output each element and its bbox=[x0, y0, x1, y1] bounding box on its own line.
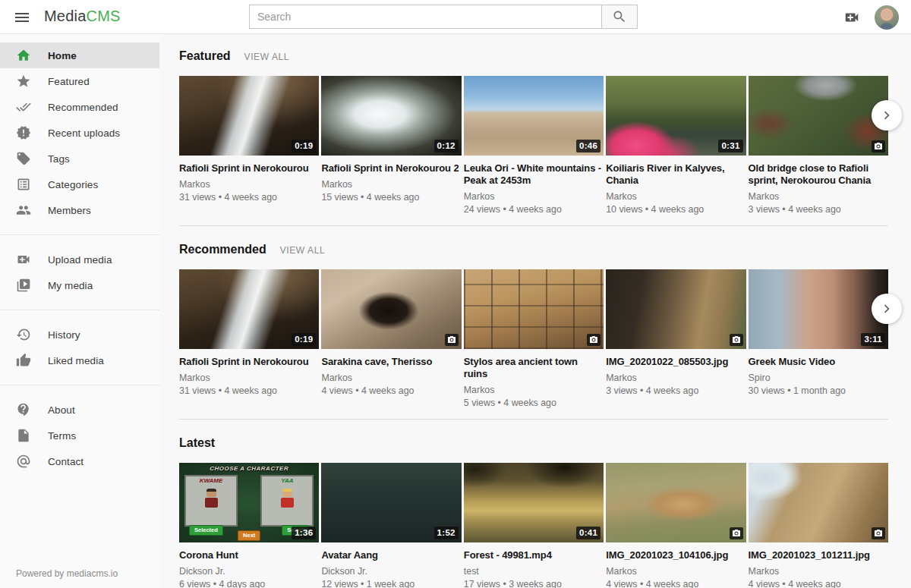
section-featured: Featured VIEW ALL 0:19 Rafioli Sprint in… bbox=[179, 49, 888, 226]
media-author[interactable]: Markos bbox=[321, 179, 461, 190]
media-thumbnail[interactable]: 0:12 bbox=[321, 76, 461, 156]
media-thumbnail[interactable] bbox=[606, 463, 746, 542]
media-card[interactable]: 0:19 Rafioli Sprint in Nerokourou Markos… bbox=[179, 269, 319, 409]
sidebar-item-terms[interactable]: Terms bbox=[0, 423, 159, 448]
user-avatar[interactable] bbox=[875, 5, 899, 30]
media-thumbnail[interactable] bbox=[464, 269, 604, 349]
sidebar-nav: Home Featured Recommended Recent uploads… bbox=[0, 34, 159, 474]
media-thumbnail[interactable]: 0:31 bbox=[606, 76, 746, 156]
sidebar-item-about[interactable]: About bbox=[0, 397, 159, 423]
game-title-text: CHOOSE A CHARACTER bbox=[179, 465, 319, 472]
media-author[interactable]: Markos bbox=[606, 373, 746, 384]
media-author[interactable]: Spiro bbox=[749, 373, 888, 384]
media-card[interactable]: 0:41 Forest - 49981.mp4 test 17 views • … bbox=[464, 463, 604, 588]
sidebar-item-label: Liked media bbox=[48, 355, 104, 366]
media-author[interactable]: Markos bbox=[464, 191, 604, 203]
media-meta: 15 views • 4 weeks ago bbox=[321, 192, 461, 203]
sidebar-item-upload-media[interactable]: Upload media bbox=[0, 247, 159, 272]
sidebar-item-label: Contact bbox=[48, 456, 84, 467]
sidebar-item-featured[interactable]: Featured bbox=[0, 68, 159, 94]
sidebar-item-label: Upload media bbox=[48, 254, 112, 266]
media-card[interactable]: 3:11 Greek Music Video Spiro 30 views • … bbox=[749, 269, 888, 409]
media-title[interactable]: IMG_20201022_085503.jpg bbox=[606, 356, 746, 368]
media-title[interactable]: Corona Hunt bbox=[179, 549, 319, 561]
next-arrow-button[interactable] bbox=[872, 294, 902, 324]
media-card[interactable]: 0:31 Koiliaris River in Kalyves, Chania … bbox=[606, 76, 746, 215]
view-all-link[interactable]: VIEW ALL bbox=[244, 52, 290, 62]
sidebar-item-recommended[interactable]: Recommended bbox=[0, 94, 159, 120]
media-author[interactable]: Markos bbox=[179, 373, 319, 384]
media-author[interactable]: Markos bbox=[179, 179, 319, 190]
media-card[interactable]: 0:12 Rafioli Sprint in Nerokourou 2 Mark… bbox=[321, 76, 461, 215]
media-title[interactable]: Sarakina cave, Therisso bbox=[321, 356, 461, 368]
media-card[interactable]: Stylos area ancient town ruins Markos 5 … bbox=[464, 269, 604, 409]
media-meta: 31 views • 4 weeks ago bbox=[179, 385, 319, 397]
media-thumbnail[interactable]: 3:11 bbox=[749, 269, 888, 349]
media-title[interactable]: Leuka Ori - White mountains - Peak at 24… bbox=[464, 162, 604, 187]
media-thumbnail[interactable]: 0:19 bbox=[179, 269, 319, 349]
media-card[interactable]: Old bridge close to Rafioli sprint, Nero… bbox=[749, 76, 888, 215]
video-call-icon bbox=[16, 252, 31, 267]
media-card[interactable]: 0:46 Leuka Ori - White mountains - Peak … bbox=[464, 76, 604, 215]
media-thumbnail[interactable]: 0:46 bbox=[464, 76, 604, 156]
media-thumbnail[interactable]: CHOOSE A CHARACTERKwameSelectedYaaSelect… bbox=[179, 463, 319, 542]
media-author[interactable]: Markos bbox=[749, 566, 888, 577]
media-author[interactable]: Markos bbox=[321, 373, 461, 384]
media-title[interactable]: IMG_20201023_101211.jpg bbox=[749, 549, 888, 561]
media-title[interactable]: Greek Music Video bbox=[749, 356, 888, 368]
media-card[interactable]: Sarakina cave, Therisso Markos 4 views •… bbox=[321, 269, 461, 409]
media-title[interactable]: Old bridge close to Rafioli sprint, Nero… bbox=[749, 162, 888, 187]
view-all-link[interactable]: VIEW ALL bbox=[280, 245, 326, 256]
media-title[interactable]: Koiliaris River in Kalyves, Chania bbox=[606, 162, 746, 187]
media-thumbnail[interactable] bbox=[606, 269, 746, 349]
brand-logo[interactable]: MediaCMS bbox=[44, 8, 121, 25]
sidebar-item-members[interactable]: Members bbox=[0, 197, 159, 223]
media-title[interactable]: Stylos area ancient town ruins bbox=[464, 356, 604, 380]
sidebar-item-history[interactable]: History bbox=[0, 322, 159, 347]
media-title[interactable]: Rafioli Sprint in Nerokourou bbox=[179, 162, 319, 175]
media-card[interactable]: CHOOSE A CHARACTERKwameSelectedYaaSelect… bbox=[179, 463, 319, 588]
sidebar-item-contact[interactable]: Contact bbox=[0, 448, 159, 474]
media-author[interactable]: test bbox=[464, 566, 604, 577]
media-thumbnail[interactable] bbox=[749, 76, 888, 156]
media-author[interactable]: Dickson Jr. bbox=[321, 566, 461, 577]
menu-icon[interactable] bbox=[13, 8, 33, 27]
media-thumbnail[interactable] bbox=[321, 269, 461, 349]
media-title[interactable]: Rafioli Sprint in Nerokourou bbox=[179, 356, 319, 368]
sidebar-item-my-media[interactable]: My media bbox=[0, 272, 159, 298]
section-title: Latest bbox=[179, 436, 215, 450]
media-thumbnail[interactable]: 0:19 bbox=[179, 76, 319, 156]
media-card[interactable]: IMG_20201023_104106.jpg Markos 4 views •… bbox=[606, 463, 746, 588]
media-thumbnail[interactable]: 0:41 bbox=[464, 463, 604, 542]
search-button[interactable] bbox=[602, 5, 638, 29]
media-author[interactable]: Markos bbox=[749, 191, 888, 203]
media-card[interactable]: IMG_20201022_085503.jpg Markos 3 views •… bbox=[606, 269, 746, 409]
document-icon bbox=[16, 428, 31, 443]
media-meta: 24 views • 4 weeks ago bbox=[464, 204, 604, 215]
sidebar-item-recent-uploads[interactable]: Recent uploads bbox=[0, 120, 159, 146]
media-card[interactable]: 0:19 Rafioli Sprint in Nerokourou Markos… bbox=[179, 76, 319, 215]
media-title[interactable]: Forest - 49981.mp4 bbox=[464, 549, 604, 561]
media-author[interactable]: Markos bbox=[606, 566, 746, 577]
powered-by-text[interactable]: Powered by mediacms.io bbox=[16, 568, 118, 579]
duration-badge: 1:52 bbox=[434, 527, 459, 539]
media-title[interactable]: IMG_20201023_104106.jpg bbox=[606, 549, 746, 561]
media-author[interactable]: Markos bbox=[464, 385, 604, 396]
media-thumbnail[interactable]: 1:52 bbox=[321, 463, 461, 542]
media-thumbnail[interactable] bbox=[749, 463, 888, 542]
sidebar-item-label: Members bbox=[48, 205, 91, 216]
media-card[interactable]: 1:52 Avatar Aang Dickson Jr. 12 views • … bbox=[321, 463, 461, 588]
sidebar-item-liked-media[interactable]: Liked media bbox=[0, 347, 159, 373]
media-title[interactable]: Avatar Aang bbox=[321, 549, 461, 561]
search-input[interactable] bbox=[249, 5, 602, 29]
media-title[interactable]: Rafioli Sprint in Nerokourou 2 bbox=[321, 162, 461, 175]
chevron-right-icon bbox=[878, 300, 895, 317]
media-author[interactable]: Markos bbox=[606, 191, 746, 203]
sidebar-item-home[interactable]: Home bbox=[0, 42, 159, 68]
next-arrow-button[interactable] bbox=[872, 100, 902, 130]
upload-media-icon[interactable] bbox=[843, 9, 862, 26]
media-author[interactable]: Dickson Jr. bbox=[179, 566, 319, 577]
sidebar-item-categories[interactable]: Categories bbox=[0, 171, 159, 197]
media-card[interactable]: IMG_20201023_101211.jpg Markos 4 views •… bbox=[749, 463, 888, 588]
sidebar-item-tags[interactable]: Tags bbox=[0, 146, 159, 171]
